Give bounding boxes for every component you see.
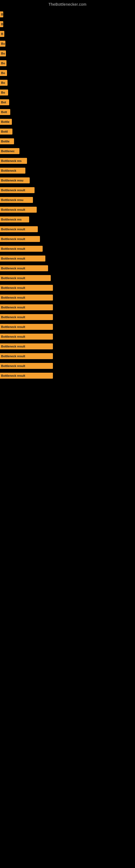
- bar-row: Bottleneck: [0, 166, 135, 175]
- bar-label-18: Bottleneck resu: [1, 179, 24, 182]
- bar-label-1: B: [1, 13, 3, 16]
- bar-label-12: Bottle: [1, 120, 9, 123]
- bar-36: Bottleneck result: [0, 353, 53, 359]
- bar-17: Bottleneck: [0, 167, 26, 174]
- bar-row: Bottleneck result: [0, 362, 135, 370]
- bar-18: Bottleneck resu: [0, 177, 30, 183]
- bar-31: Bottleneck result: [0, 304, 53, 310]
- bar-label-37: Bottleneck result: [1, 364, 25, 368]
- bar-label-38: Bottleneck result: [1, 374, 25, 377]
- bar-row: Bo: [0, 50, 135, 58]
- bar-8: Bo: [0, 80, 8, 86]
- bar-label-31: Bottleneck result: [1, 306, 25, 309]
- bar-25: Bottleneck result: [0, 246, 43, 252]
- bar-row: Bottleneck result: [0, 245, 135, 253]
- bar-label-9: Bo: [1, 91, 5, 94]
- bar-label-22: Bottleneck res: [1, 218, 21, 221]
- bar-row: Bottleneck res: [0, 157, 135, 165]
- bar-row: Bottleneck result: [0, 264, 135, 272]
- bar-6: Bo: [0, 60, 6, 66]
- bar-row: Bottl: [0, 127, 135, 135]
- bar-label-10: Bot: [1, 101, 6, 104]
- bar-row: Bottleneck resu: [0, 176, 135, 184]
- bar-29: Bottleneck result: [0, 285, 53, 291]
- bar-24: Bottleneck result: [0, 236, 40, 242]
- bar-5: Bo: [0, 51, 6, 56]
- bar-22: Bottleneck res: [0, 216, 29, 222]
- bar-13: Bottl: [0, 129, 12, 134]
- bar-37: Bottleneck result: [0, 363, 53, 369]
- bar-label-24: Bottleneck result: [1, 237, 25, 241]
- bar-23: Bottleneck result: [0, 226, 38, 232]
- bar-row: Bottleneck resu: [0, 196, 135, 204]
- bar-label-16: Bottleneck res: [1, 159, 21, 162]
- bar-row: Bottleneck result: [0, 293, 135, 302]
- bar-row: Bott: [0, 108, 135, 116]
- bar-row: Bo: [0, 40, 135, 48]
- bar-label-14: Bottle: [1, 140, 9, 143]
- bar-label-26: Bottleneck result: [1, 257, 25, 260]
- bar-14: Bottle: [0, 138, 14, 144]
- bar-row: Bottle: [0, 137, 135, 145]
- bar-15: Bottlenec: [0, 148, 19, 154]
- bar-row: Bottleneck result: [0, 342, 135, 350]
- bar-11: Bott: [0, 109, 10, 115]
- bar-30: Bottleneck result: [0, 294, 53, 301]
- bar-3: B: [0, 31, 4, 37]
- bar-20: Bottleneck resu: [0, 197, 33, 203]
- bar-row: Bottleneck result: [0, 352, 135, 360]
- bar-label-34: Bottleneck result: [1, 335, 25, 338]
- bar-label-27: Bottleneck result: [1, 267, 25, 270]
- bar-label-13: Bottl: [1, 130, 8, 133]
- bar-label-21: Bottleneck result: [1, 208, 25, 211]
- bar-row: Bottleneck result: [0, 206, 135, 214]
- bar-label-29: Bottleneck result: [1, 286, 25, 289]
- bar-row: Bo: [0, 88, 135, 97]
- bar-row: Bottleneck result: [0, 225, 135, 233]
- bar-21: Bottleneck result: [0, 207, 37, 213]
- bar-28: Bottleneck result: [0, 275, 51, 281]
- bar-33: Bottleneck result: [0, 324, 53, 330]
- bar-1: B: [0, 11, 3, 18]
- bar-label-2: B: [1, 23, 3, 26]
- bar-label-36: Bottleneck result: [1, 354, 25, 358]
- bar-row: Bottleneck result: [0, 186, 135, 194]
- bar-row: Bottle: [0, 118, 135, 126]
- bar-12: Bottle: [0, 119, 12, 125]
- bar-row: Bottleneck result: [0, 313, 135, 321]
- bar-row: Bo: [0, 59, 135, 67]
- bar-2: B: [0, 21, 3, 27]
- bar-label-6: Bo: [1, 62, 5, 65]
- bar-27: Bottleneck result: [0, 265, 48, 271]
- bars-container: BBBBoBoBoBoBoBoBotBottBottleBottlBottleB…: [0, 8, 135, 384]
- bar-label-30: Bottleneck result: [1, 296, 25, 299]
- bar-label-19: Bottleneck result: [1, 188, 25, 192]
- bar-16: Bottleneck res: [0, 158, 27, 164]
- bar-row: Bottleneck result: [0, 303, 135, 311]
- bar-row: Bottleneck result: [0, 254, 135, 262]
- bar-label-8: Bo: [1, 81, 5, 84]
- bar-label-35: Bottleneck result: [1, 345, 25, 348]
- bar-row: Bottleneck result: [0, 333, 135, 341]
- bar-row: B: [0, 30, 135, 38]
- bar-row: Bo: [0, 79, 135, 87]
- bar-label-32: Bottleneck result: [1, 315, 25, 319]
- bar-label-33: Bottleneck result: [1, 325, 25, 329]
- bar-label-25: Bottleneck result: [1, 247, 25, 250]
- bar-10: Bot: [0, 99, 9, 105]
- bar-35: Bottleneck result: [0, 343, 53, 349]
- bar-label-11: Bott: [1, 111, 7, 114]
- bar-row: Bo: [0, 69, 135, 77]
- bar-34: Bottleneck result: [0, 334, 53, 340]
- bar-label-28: Bottleneck result: [1, 276, 25, 280]
- bar-label-5: Bo: [1, 52, 5, 55]
- bar-label-3: B: [1, 32, 3, 35]
- bar-9: Bo: [0, 90, 8, 95]
- bar-32: Bottleneck result: [0, 314, 53, 320]
- bar-label-4: Bo: [1, 42, 5, 45]
- bar-label-17: Bottleneck: [1, 169, 16, 172]
- bar-label-23: Bottleneck result: [1, 227, 25, 231]
- site-title: TheBottlenecker.com: [0, 0, 135, 8]
- bar-row: Bottleneck result: [0, 284, 135, 292]
- bar-4: Bo: [0, 41, 5, 46]
